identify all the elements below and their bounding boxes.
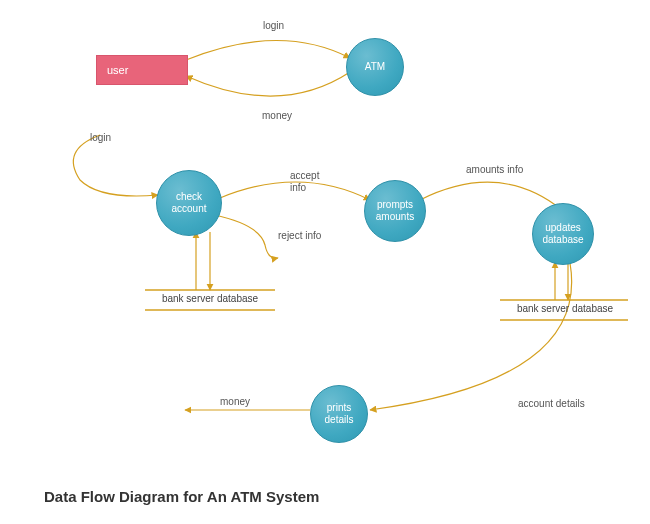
edge-reject-info (215, 215, 278, 258)
datastore-2-label: bank server database (517, 303, 613, 314)
process-prints-details: prints details (310, 385, 368, 443)
process-atm: ATM (346, 38, 404, 96)
diagram-title: Data Flow Diagram for An ATM System (44, 488, 319, 505)
process-prompts-amounts-label: prompts amounts (365, 197, 425, 225)
label-amounts-info: amounts info (466, 164, 523, 176)
label-reject-info: reject info (278, 230, 321, 242)
label-money-top: money (262, 110, 292, 122)
entity-user: user (96, 55, 188, 85)
datastore-1: bank server database (148, 293, 272, 304)
edge-login-top (186, 40, 350, 60)
process-prompts-amounts: prompts amounts (364, 180, 426, 242)
edge-account-details (370, 263, 572, 410)
label-accept-info: accept info (290, 170, 319, 194)
process-check-account-label: check account (157, 189, 221, 217)
process-updates-database: updates database (532, 203, 594, 265)
process-prints-details-label: prints details (311, 400, 367, 428)
edge-amounts-info (420, 182, 562, 210)
label-account-details: account details (518, 398, 585, 410)
process-check-account: check account (156, 170, 222, 236)
entity-user-label: user (107, 64, 128, 76)
edge-login-left (73, 135, 158, 196)
datastore-1-label: bank server database (162, 293, 258, 304)
edge-money-top (186, 72, 350, 96)
process-updates-database-label: updates database (533, 220, 593, 248)
label-login-top: login (263, 20, 284, 32)
process-atm-label: ATM (361, 59, 389, 75)
label-money-bottom: money (220, 396, 250, 408)
datastore-2: bank server database (503, 303, 627, 314)
label-login-left: login (90, 132, 111, 144)
